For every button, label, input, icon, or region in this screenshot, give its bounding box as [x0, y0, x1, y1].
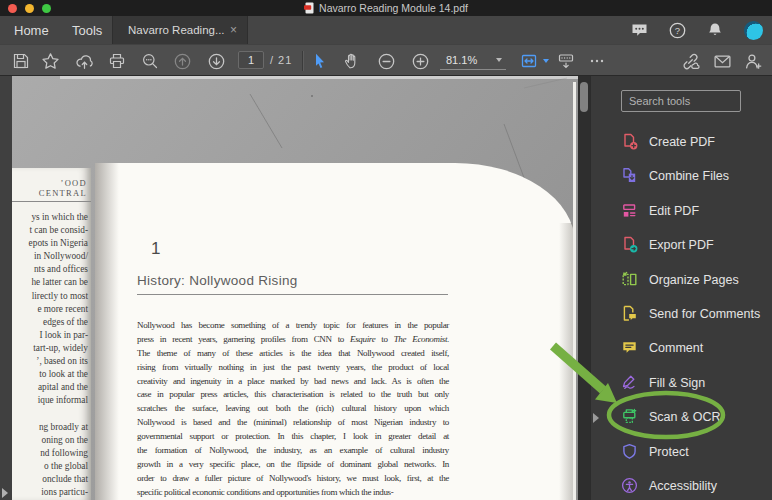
search-button[interactable]	[137, 49, 163, 73]
tool-item-label: Send for Comments	[649, 307, 760, 321]
left-page-text-line: ’, based on its	[12, 355, 91, 368]
fit-dropdown-caret-icon[interactable]	[540, 49, 552, 73]
add-user-button[interactable]	[740, 49, 766, 73]
tab-document-label: Navarro Reading...	[128, 24, 225, 36]
tool-item-fill-sign[interactable]: Fill & Sign	[621, 372, 771, 393]
notifications-button[interactable]	[696, 16, 734, 44]
create-pdf-icon	[621, 133, 638, 150]
tool-item-label: Combine Files	[649, 169, 729, 183]
tool-item-export-pdf[interactable]: Export PDF	[621, 234, 771, 255]
left-page-text-line: I look in par-	[12, 329, 91, 342]
body-line: rising from virtually nothing in just th…	[137, 361, 449, 375]
avatar	[744, 21, 763, 40]
next-page-button[interactable]	[203, 49, 229, 73]
left-page-text-line: e more recent	[12, 303, 91, 316]
tool-item-accessibility[interactable]: Accessibility	[621, 475, 771, 496]
left-page-text-line: tart-up, widely	[12, 342, 91, 355]
tool-item-scan-ocr[interactable]: Scan & OCR	[621, 406, 771, 427]
share-link-button[interactable]	[677, 49, 703, 73]
favorites-button[interactable]	[37, 49, 63, 73]
account-button[interactable]	[734, 16, 772, 44]
more-tools-button[interactable]	[584, 49, 610, 73]
left-page-text-line: oning on the	[12, 434, 91, 447]
navigation-pane-expand-arrow-icon[interactable]	[2, 488, 8, 498]
comments-bubble-button[interactable]	[620, 16, 658, 44]
zoom-out-button[interactable]	[373, 49, 399, 73]
star-icon	[41, 52, 60, 71]
body-line: Nollywood has become something of a tren…	[137, 319, 449, 333]
tool-item-label: Export PDF	[649, 238, 714, 252]
comment-icon	[621, 339, 638, 356]
tool-item-label: Fill & Sign	[649, 376, 705, 390]
chapter-number: 1	[151, 239, 160, 259]
toolbar-panel-icon	[557, 52, 575, 70]
ellipsis-icon	[588, 52, 606, 70]
left-page-running-header: ’OOD CENTRAL	[12, 178, 91, 198]
select-tool-button[interactable]	[306, 49, 332, 73]
plus-circle-icon	[411, 52, 430, 71]
accessibility-icon	[621, 477, 638, 494]
chapter-heading-rule	[137, 294, 448, 295]
tab-close-icon[interactable]: ×	[230, 24, 237, 36]
fit-width-button[interactable]	[516, 49, 542, 73]
left-page-text-line: onclude that	[12, 473, 91, 486]
window-controls	[8, 4, 51, 13]
scrollbar-thumb[interactable]	[580, 82, 588, 112]
body-line: The theme of many of these articles is t…	[137, 347, 449, 361]
zoom-level-value: 81.1%	[440, 54, 477, 66]
tool-item-edit-pdf[interactable]: Edit PDF	[621, 200, 771, 221]
tool-item-label: Accessibility	[649, 479, 717, 493]
toolbar-collapse-button[interactable]	[553, 49, 579, 73]
help-button[interactable]: ?	[658, 16, 696, 44]
tools-panel-collapse-arrow-icon[interactable]	[593, 413, 599, 423]
left-page-text-line	[12, 407, 91, 420]
hand-tool-button[interactable]	[339, 49, 365, 73]
zoom-level-input[interactable]: 81.1%	[440, 50, 506, 70]
help-icon: ?	[669, 22, 686, 39]
zoom-dropdown-caret-icon[interactable]	[496, 58, 502, 62]
edit-pdf-icon	[621, 202, 638, 219]
chapter-heading: History: Nollywood Rising	[137, 273, 298, 288]
page-number-input[interactable]: 1	[238, 51, 264, 69]
zoom-in-button[interactable]	[407, 49, 433, 73]
chapter-body-text: Nollywood has become something of a tren…	[137, 319, 449, 500]
link-icon	[681, 52, 700, 71]
print-button[interactable]	[104, 49, 130, 73]
svg-text:?: ?	[674, 25, 679, 36]
tool-item-protect[interactable]: Protect	[621, 441, 771, 462]
tool-item-create-pdf[interactable]: Create PDF	[621, 131, 771, 152]
body-line: Nollywood is based and the (minimal) rel…	[137, 416, 449, 430]
tool-item-label: Organize Pages	[649, 273, 739, 287]
tab-home[interactable]: Home	[0, 16, 63, 44]
tool-item-combine-files[interactable]: Combine Files	[621, 165, 771, 186]
share-cloud-button[interactable]	[71, 49, 97, 73]
body-line: press in recent years, garnering profile…	[137, 333, 449, 347]
scan-right-edge	[573, 82, 576, 500]
document-canvas[interactable]: ’OOD CENTRAL ys in which thet can be con…	[12, 76, 578, 500]
left-page-text-line: in Nollywood/	[12, 250, 91, 263]
tool-item-organize-pages[interactable]: Organize Pages	[621, 269, 771, 290]
cloud-upload-icon	[75, 52, 94, 71]
minimize-window-button[interactable]	[25, 4, 34, 13]
zoom-window-button[interactable]	[42, 4, 51, 13]
protect-shield-icon	[621, 443, 638, 460]
email-button[interactable]	[709, 49, 735, 73]
arrow-up-circle-icon	[173, 52, 192, 71]
tool-item-label: Create PDF	[649, 135, 715, 149]
close-window-button[interactable]	[8, 4, 17, 13]
tool-item-send-for-comments[interactable]: Send for Comments	[621, 303, 771, 324]
tab-document[interactable]: Navarro Reading... ×	[112, 16, 248, 44]
body-line: specific political economic conditions a…	[137, 486, 449, 500]
search-tools-input[interactable]	[621, 90, 741, 112]
left-page-text-line: nts and offices	[12, 263, 91, 276]
tool-item-label: Protect	[649, 445, 689, 459]
previous-page-button[interactable]	[169, 49, 195, 73]
left-page-text-line: he latter can be	[12, 276, 91, 289]
left-page-text-line: ions particu-	[12, 486, 91, 499]
save-button[interactable]	[8, 49, 34, 73]
left-page-text: ys in which thet can be consid-epots in …	[12, 211, 91, 499]
vertical-scrollbar[interactable]	[578, 76, 590, 500]
page-total-label: / 21	[270, 51, 292, 69]
tab-tools[interactable]: Tools	[58, 16, 116, 44]
tool-item-comment[interactable]: Comment	[621, 337, 771, 358]
